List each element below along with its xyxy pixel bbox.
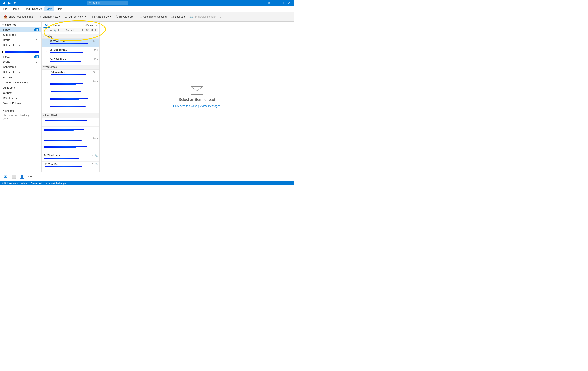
email-sender: A.. New in M...: [50, 57, 67, 60]
sidebar-item-deleted-fav[interactable]: Deleted Items: [0, 42, 41, 48]
email-row-top: A.. New in M... M €: [50, 57, 98, 60]
sidebar-item-deleted[interactable]: Deleted Items: [0, 70, 41, 75]
email-row-content: M. Week 1 M... M. 1: [49, 40, 98, 44]
tab-unread[interactable]: Unread: [52, 23, 64, 27]
more-options-btn[interactable]: ...: [218, 15, 224, 19]
sort-dropdown-icon: ▾: [92, 24, 93, 27]
email-row-content: [43, 128, 98, 131]
email-sender: Ed New thre...: [51, 71, 67, 74]
menu-help[interactable]: Help: [55, 6, 65, 11]
menu-bar: File Home Send / Receive View Help: [0, 6, 294, 12]
email-row[interactable]: A.. New in M... M €: [42, 56, 99, 65]
sidebar-item-search-folders[interactable]: Search Folders: [0, 101, 41, 106]
email-row[interactable]: M. Week 1 M... M. 1: [42, 39, 99, 47]
reverse-sort-icon: ⇅: [115, 15, 118, 19]
preview-link[interactable]: Click here to always preview messages: [173, 104, 220, 108]
people-nav-btn[interactable]: 👤: [18, 173, 26, 180]
sidebar-item-outbox[interactable]: Outbox: [0, 90, 41, 95]
sidebar-item-inbox-fav[interactable]: Inbox 63: [0, 27, 41, 32]
sidebar-item-rss[interactable]: RSS Feeds: [0, 95, 41, 101]
menu-file[interactable]: File: [1, 6, 9, 11]
col-m: M..: [91, 29, 94, 31]
email-row-icons: [43, 97, 49, 97]
groups-header[interactable]: ✓ Groups: [0, 108, 41, 113]
back-button[interactable]: ◀: [2, 1, 6, 5]
close-btn[interactable]: ✕: [286, 0, 292, 6]
favorites-header[interactable]: ✓ Favorites: [0, 21, 41, 27]
email-row-icons: [43, 88, 49, 89]
email-row[interactable]: [42, 104, 99, 113]
email-sender: P.. Thank you...: [44, 154, 62, 157]
email-preview: [50, 106, 86, 107]
email-row-icons: [43, 57, 49, 58]
mailbox-header[interactable]: ▶: [0, 50, 41, 54]
col-attach: 📎: [53, 29, 56, 32]
group-last-week[interactable]: ▾ Last Week: [42, 113, 99, 118]
sidebar-item-sent-fav[interactable]: Sent Items: [0, 32, 41, 37]
tab-all[interactable]: All: [43, 23, 50, 28]
dropdown-icon[interactable]: ▾: [12, 1, 17, 5]
email-row[interactable]: 1: [42, 87, 99, 96]
email-preview-2: [50, 99, 79, 100]
sort-direction[interactable]: ↑: [95, 23, 98, 27]
focused-inbox-btn[interactable]: 📥 Show Focused Inbox: [2, 14, 34, 20]
sidebar-item-archive[interactable]: Archive: [0, 75, 41, 80]
email-row-top: S.. €: [50, 80, 98, 82]
email-row-content: Ed New thre... S.. 1: [49, 71, 98, 75]
mail-nav-btn[interactable]: ✉: [2, 173, 9, 180]
maximize-btn[interactable]: □: [280, 0, 286, 6]
email-meta: M. 1: [94, 40, 98, 42]
sidebar-item-inbox[interactable]: Inbox 63: [0, 54, 41, 59]
email-row-content: P.. Your Per... S.. 📎: [43, 163, 98, 167]
arrange-icon: ⊟: [92, 15, 95, 19]
email-preview-2: [44, 147, 76, 148]
email-preview: [51, 91, 81, 93]
minimize-btn[interactable]: –: [273, 0, 279, 6]
reverse-sort-btn[interactable]: ⇅ Reverse Sort: [114, 14, 136, 20]
menu-view[interactable]: View: [44, 6, 54, 11]
sidebar-item-conv-history[interactable]: Conversation History: [0, 80, 41, 85]
current-view-btn[interactable]: ⚙ Current View ▾: [63, 14, 88, 20]
email-row[interactable]: S.. €: [42, 135, 99, 144]
email-row[interactable]: [42, 127, 99, 135]
calendar-nav-btn[interactable]: ⬜: [10, 173, 17, 180]
sent-label: Sent Items: [3, 65, 39, 69]
arrange-by-btn[interactable]: ⊟ Arrange By ▾: [90, 14, 113, 20]
sidebar-item-drafts[interactable]: Drafts [1]: [0, 59, 41, 64]
change-view-btn[interactable]: ⊞ Change View ▾: [37, 14, 62, 20]
divider-3: [137, 14, 137, 20]
email-row[interactable]: [42, 118, 99, 127]
sort-by-date[interactable]: By Date ▾: [82, 23, 94, 27]
sidebar-divider-2: [0, 107, 41, 107]
filter-icon[interactable]: ⊽: [95, 29, 97, 32]
email-row[interactable]: [42, 144, 99, 153]
immersive-reader-btn[interactable]: 📖 Immersive Reader: [188, 14, 218, 20]
forward-button[interactable]: ▶: [7, 1, 12, 5]
col-flag: !: [45, 29, 45, 32]
restore-btn[interactable]: ⧉: [266, 0, 272, 6]
email-meta: 1: [97, 88, 98, 91]
menu-send-receive[interactable]: Send / Receive: [21, 6, 44, 11]
search-box[interactable]: 🔍 Search: [87, 1, 128, 5]
layout-btn[interactable]: ▤ Layout ▾: [169, 14, 187, 20]
sidebar-item-drafts-fav[interactable]: Drafts [1]: [0, 37, 41, 42]
reading-pane: Select an item to read Click here to alw…: [100, 21, 294, 172]
email-row[interactable]: [42, 96, 99, 104]
more-nav-btn[interactable]: •••: [27, 173, 34, 180]
email-row[interactable]: P.. Thank you... S.. 📎: [42, 153, 99, 162]
sidebar-item-sent[interactable]: Sent Items: [0, 64, 41, 70]
unread-bar: [42, 118, 42, 126]
sidebar-item-junk[interactable]: Junk Email: [0, 85, 41, 90]
more-icon: ...: [220, 15, 222, 18]
email-row[interactable]: P.. Your Per... S.. 📎: [42, 162, 99, 170]
email-row[interactable]: ! O.. Call for N... M €: [42, 47, 99, 56]
group-today[interactable]: ▾ Today: [42, 34, 99, 39]
menu-home[interactable]: Home: [10, 6, 21, 11]
email-sender: M. Week 1 M...: [50, 40, 67, 43]
email-row[interactable]: Ed New thre... S.. 1: [42, 70, 99, 78]
drafts-fav-label: Drafts: [3, 38, 34, 41]
tighter-spacing-btn[interactable]: ≡ Use Tighter Spacing: [138, 14, 168, 20]
group-yesterday[interactable]: ▾ Yesterday: [42, 65, 99, 70]
email-row[interactable]: S.. €: [42, 78, 99, 87]
email-preview-2: [50, 84, 76, 85]
